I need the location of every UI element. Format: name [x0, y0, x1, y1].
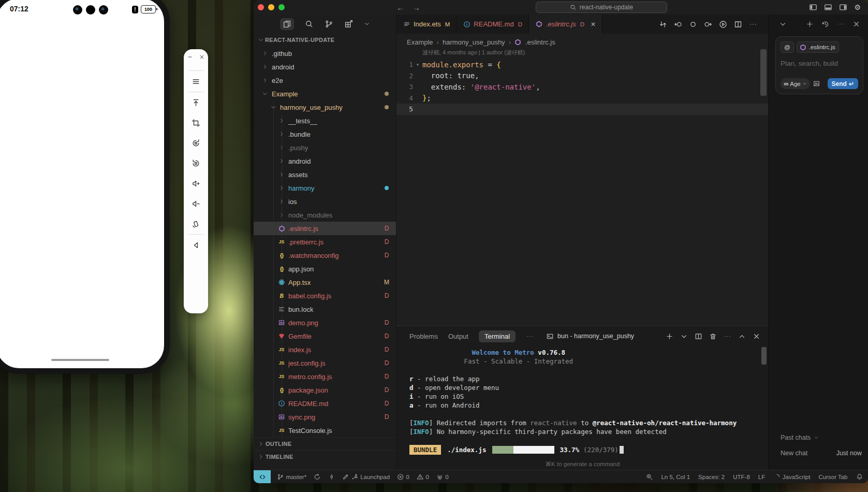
- current-change-icon[interactable]: [689, 20, 697, 28]
- tree-item-.prettierrc.js[interactable]: JS.prettierrc.jsD: [254, 235, 396, 249]
- tree-item-jest.config.js[interactable]: JSjest.config.jsD: [254, 356, 396, 370]
- code-line-4[interactable]: 4};: [396, 93, 769, 104]
- nav-recents-button[interactable]: [190, 279, 202, 290]
- upload-button[interactable]: [190, 97, 202, 108]
- search-icon[interactable]: [305, 20, 314, 28]
- tree-item-bun.lock[interactable]: bun.lock: [254, 302, 396, 316]
- tree-item-ios[interactable]: ios: [254, 195, 396, 208]
- tree-item-e2e[interactable]: e2e: [254, 74, 396, 87]
- customize-layout-icon[interactable]: [344, 20, 353, 28]
- breadcrumb[interactable]: Example› harmony_use_pushy› .eslintrc.js: [407, 36, 555, 48]
- history-back-icon[interactable]: ←: [396, 3, 404, 12]
- tree-item-Example[interactable]: Example: [254, 87, 396, 100]
- panel-more-icon[interactable]: [724, 332, 731, 340]
- code-editor[interactable]: 1▾module.exports = {2 root: true,3 exten…: [396, 59, 769, 115]
- past-chat-item[interactable]: New chat: [781, 450, 807, 457]
- code-line-3[interactable]: 3 extends: '@react-native',: [396, 81, 769, 93]
- tree-item-Gemfile[interactable]: GemfileD: [254, 329, 396, 343]
- chat-more-icon[interactable]: [837, 20, 845, 28]
- tree-item-harmony[interactable]: harmony: [254, 181, 396, 195]
- restart-button[interactable]: [190, 137, 202, 149]
- chat-history-icon[interactable]: [821, 20, 829, 28]
- remote-indicator[interactable]: [254, 470, 271, 483]
- close-button[interactable]: [198, 53, 205, 61]
- code-line-2[interactable]: 2 root: true,: [396, 70, 769, 82]
- close-chat-icon[interactable]: [852, 20, 860, 28]
- close-tab-icon[interactable]: ✕: [591, 21, 596, 28]
- warnings-status[interactable]: 0: [417, 473, 429, 481]
- ports-status[interactable]: 0: [436, 473, 449, 481]
- fold-icon[interactable]: ▾: [413, 62, 422, 67]
- tab-README.md[interactable]: README.mdD: [457, 15, 529, 34]
- copy-file-icon[interactable]: [280, 18, 294, 30]
- kill-terminal-icon[interactable]: [709, 332, 717, 340]
- toggle-primary-sidebar-button[interactable]: [809, 3, 817, 11]
- compare-changes-icon[interactable]: [659, 20, 667, 28]
- previous-change-icon[interactable]: [674, 20, 682, 28]
- attach-image-icon[interactable]: [813, 80, 820, 88]
- minimize-button[interactable]: [186, 53, 194, 61]
- tree-item-.github[interactable]: .github: [254, 47, 396, 60]
- close-panel-icon[interactable]: [753, 332, 760, 340]
- timeline-section[interactable]: TIMELINE: [254, 450, 396, 463]
- cursor-position-status[interactable]: Ln 5, Col 1: [661, 474, 690, 480]
- errors-status[interactable]: 0: [397, 473, 409, 481]
- editor-scrollbar[interactable]: [760, 49, 767, 96]
- tab-Index.ets[interactable]: Index.etsM: [396, 15, 457, 34]
- tree-item-metro.config.js[interactable]: JSmetro.config.jsD: [254, 370, 396, 383]
- cursor-tab-status[interactable]: Cursor Tab: [818, 474, 847, 480]
- source-control-graph-status[interactable]: [328, 473, 335, 481]
- tree-item-sync.png[interactable]: sync.pngD: [254, 410, 396, 424]
- add-context-chip[interactable]: @: [781, 41, 794, 53]
- volume-down-button[interactable]: [190, 198, 202, 209]
- zoom-window-button[interactable]: [278, 4, 285, 10]
- tree-item-.bundle[interactable]: .bundle: [254, 127, 396, 141]
- code-line-5[interactable]: 5: [396, 104, 769, 115]
- send-button[interactable]: Send↵: [828, 78, 858, 89]
- tree-item-package.json[interactable]: {}package.jsonD: [254, 383, 396, 397]
- nav-back-button[interactable]: [190, 239, 202, 251]
- outline-section[interactable]: OUTLINE: [254, 437, 396, 450]
- launchpad-status[interactable]: Launchpad: [342, 473, 390, 481]
- zoom-status[interactable]: [646, 473, 653, 481]
- tree-item-App.tsx[interactable]: App.tsxM: [254, 276, 396, 289]
- source-control-icon[interactable]: [325, 20, 333, 28]
- terminal-instance-chip[interactable]: bun - harmony_use_pushy: [546, 332, 634, 340]
- run-file-icon[interactable]: [719, 20, 727, 28]
- chat-collapse-icon[interactable]: [779, 20, 787, 28]
- tree-item-.pushy[interactable]: .pushy: [254, 141, 396, 154]
- terminal-scrollbar[interactable]: [761, 347, 767, 365]
- panel-tab-Terminal[interactable]: Terminal: [479, 330, 516, 342]
- volume-up-button[interactable]: [190, 178, 202, 189]
- indentation-status[interactable]: Spaces: 2: [698, 474, 725, 480]
- more-actions-icon[interactable]: [749, 20, 757, 28]
- crop-button[interactable]: [190, 117, 202, 128]
- minimize-window-button[interactable]: [268, 4, 274, 10]
- past-chats-toggle[interactable]: Past chats: [781, 434, 819, 441]
- tree-item-babel.config.js[interactable]: Bbabel.config.jsD: [254, 289, 396, 302]
- terminal-dropdown-icon[interactable]: [680, 332, 688, 340]
- notifications-status[interactable]: [856, 473, 863, 481]
- tree-item-android[interactable]: android: [254, 154, 396, 168]
- nav-home-button[interactable]: [190, 259, 202, 270]
- panel-tab-Problems[interactable]: Problems: [409, 332, 438, 340]
- tree-item-index.js[interactable]: JSindex.jsD: [254, 343, 396, 356]
- git-branch-status[interactable]: master*: [277, 473, 306, 481]
- toggle-secondary-sidebar-button[interactable]: [839, 3, 847, 11]
- context-file-chip[interactable]: .eslintrc.js: [797, 41, 839, 53]
- menu-button[interactable]: [190, 76, 202, 87]
- tree-item-TestConsole.js[interactable]: JSTestConsole.js: [254, 424, 396, 437]
- chat-input-card[interactable]: @ .eslintrc.js Plan, search, build ∞ Age…: [775, 36, 863, 94]
- tree-item-node_modules[interactable]: node_modules: [254, 208, 396, 222]
- chevron-down-icon[interactable]: [364, 21, 370, 27]
- chat-input-placeholder[interactable]: Plan, search, build: [781, 60, 858, 67]
- rotate-screen-button[interactable]: [190, 157, 202, 169]
- home-indicator[interactable]: [51, 359, 109, 361]
- maximize-panel-icon[interactable]: [738, 332, 746, 340]
- terminal-output[interactable]: Welcome to Metro v0.76.8 Fast - Scalable…: [409, 348, 737, 436]
- tab-.eslintrc.js[interactable]: .eslintrc.jsD✕: [529, 15, 602, 34]
- sync-changes-status[interactable]: [314, 473, 321, 481]
- tree-item-__tests__[interactable]: __tests__: [254, 114, 396, 127]
- tree-item-harmony_use_pushy[interactable]: harmony_use_pushy: [254, 100, 396, 114]
- tree-item-app.json[interactable]: {}app.json: [254, 262, 396, 276]
